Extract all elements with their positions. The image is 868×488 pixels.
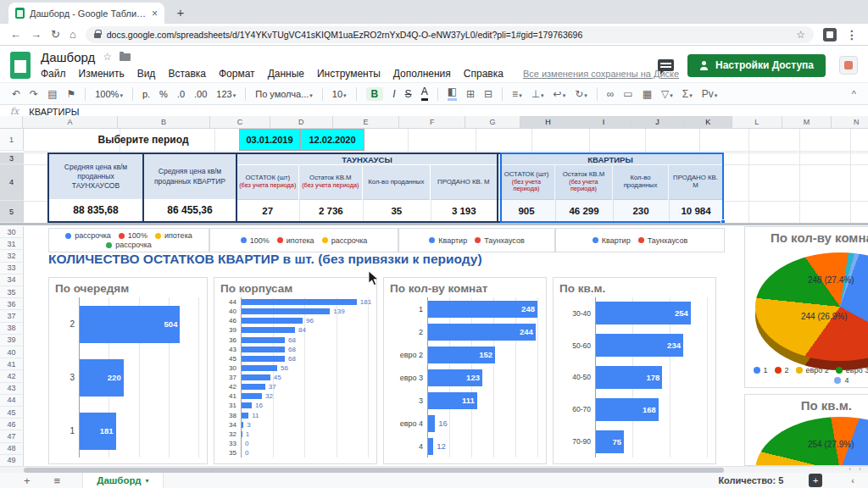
row-header-30[interactable]: 30 <box>0 226 24 238</box>
browser-menu-icon[interactable]: ⋮ <box>846 29 858 41</box>
tab-close-icon[interactable]: × <box>152 8 158 19</box>
bar[interactable] <box>242 356 285 362</box>
bar[interactable] <box>428 415 435 432</box>
column-header-K[interactable]: K <box>684 116 732 129</box>
row-header-47[interactable]: 47 <box>0 430 24 442</box>
star-icon[interactable]: ☆ <box>103 51 112 63</box>
increase-decimal-button[interactable]: .00 <box>194 89 207 99</box>
summary-col[interactable]: ОСТАТОК (шт)(без учета периода)27 <box>237 165 298 221</box>
pv-button[interactable]: Pv▾ <box>702 89 718 99</box>
text-rotate-button[interactable]: ↻▾ <box>575 89 587 99</box>
summary-col[interactable]: Кол-во проданных230 <box>612 165 668 221</box>
bar[interactable] <box>242 402 252 408</box>
column-header-L[interactable]: L <box>732 116 782 129</box>
font-size-select[interactable]: 10▾ <box>332 89 347 99</box>
merge-cells-button[interactable]: ⊟ <box>484 89 492 99</box>
bar[interactable] <box>242 422 243 428</box>
menu-item-0[interactable]: Файл <box>41 68 66 80</box>
print-icon[interactable]: ▤ <box>47 89 57 99</box>
bar[interactable]: 181 <box>80 413 116 450</box>
sheet-tab-dashboard[interactable]: Дашборд ▾ <box>82 473 163 488</box>
chart-buildings[interactable]: По корпусам 4440463936434530374241313834… <box>214 277 377 464</box>
bar[interactable]: 244 <box>428 324 536 341</box>
row-header-4[interactable]: 4 <box>0 164 24 201</box>
row-header-37[interactable]: 37 <box>0 310 24 322</box>
bar[interactable]: 123 <box>428 369 482 386</box>
period-start-cell[interactable]: 03.01.2019 <box>239 129 300 151</box>
bar[interactable] <box>242 384 265 390</box>
decrease-decimal-button[interactable]: .0 <box>177 89 185 99</box>
column-header-C[interactable]: C <box>210 116 270 129</box>
column-header-D[interactable]: D <box>270 116 333 129</box>
summary-col[interactable]: Остаток КВ.М(без учета периода)2 736 <box>298 165 363 221</box>
number-format-button[interactable]: 123▾ <box>216 89 236 99</box>
menu-item-2[interactable]: Вид <box>137 68 156 80</box>
chart-rooms[interactable]: По кол-ву комнат 12евро 2евро 33евро 442… <box>383 277 547 464</box>
vertical-align-button[interactable]: ⊥▾ <box>531 89 544 99</box>
currency-format-button[interactable]: р. <box>142 89 150 99</box>
bar[interactable] <box>242 365 277 371</box>
bar[interactable]: 168 <box>596 398 659 421</box>
selection-count[interactable]: Количество: 5 <box>718 475 783 485</box>
bar[interactable]: 152 <box>428 347 495 363</box>
column-header-E[interactable]: E <box>333 116 399 129</box>
sheet-tab-menu-icon[interactable]: ▾ <box>146 477 149 485</box>
menu-item-5[interactable]: Данные <box>268 68 304 80</box>
chart-sqm[interactable]: По кв.м. 30-4050-6040-5060-7070-90254234… <box>553 277 716 464</box>
summary-col[interactable]: ОСТАТОК (шт)(без учета периода)905 <box>498 165 554 221</box>
bar[interactable] <box>242 318 303 324</box>
bar[interactable]: 254 <box>596 302 691 324</box>
period-label-cell[interactable]: Выберите период <box>47 129 239 151</box>
column-header-B[interactable]: B <box>118 116 210 129</box>
functions-button[interactable]: Σ▾ <box>682 89 693 99</box>
pie-sqm-panel[interactable]: По кв.м. 254 (27.9%)234 (25.7%) <box>744 394 868 466</box>
row-header-33[interactable]: 33 <box>0 263 24 274</box>
home-icon[interactable]: ⌂ <box>70 29 76 40</box>
menu-item-3[interactable]: Вставка <box>168 68 206 80</box>
bar[interactable]: 178 <box>596 366 662 389</box>
move-folder-icon[interactable] <box>120 53 131 61</box>
forward-icon[interactable]: → <box>31 29 42 40</box>
column-header-N[interactable]: N <box>832 116 868 129</box>
grid-corner[interactable] <box>0 116 23 129</box>
add-sheet-button[interactable]: + <box>24 474 31 487</box>
bar[interactable] <box>242 337 285 343</box>
summary-col[interactable]: ПРОДАНО КВ. М10 984 <box>668 165 722 221</box>
row-header-41[interactable]: 41 <box>0 358 24 370</box>
row-header-48[interactable]: 48 <box>0 443 24 455</box>
column-header-H[interactable]: H <box>520 116 576 129</box>
row-header-35[interactable]: 35 <box>0 286 24 298</box>
all-sheets-button[interactable]: ≡ <box>54 474 61 487</box>
percent-format-button[interactable]: % <box>159 89 168 99</box>
bar[interactable] <box>242 374 270 380</box>
chart-queues[interactable]: По очередям 231504220181 <box>48 277 208 464</box>
menu-item-8[interactable]: Справка <box>464 68 504 80</box>
menu-item-4[interactable]: Формат <box>219 68 255 80</box>
row-header-1[interactable]: 1 <box>0 129 24 151</box>
undo-icon[interactable]: ↶ <box>12 89 20 99</box>
text-color-button[interactable]: A <box>421 86 428 100</box>
bar[interactable]: 248 <box>428 301 537 318</box>
text-wrap-button[interactable]: ↩▾ <box>554 89 566 99</box>
menu-item-1[interactable]: Изменить <box>79 68 125 80</box>
row-header-32[interactable]: 32 <box>0 250 24 262</box>
row-header-34[interactable]: 34 <box>0 274 24 286</box>
row-header-3[interactable]: 3 <box>0 152 24 164</box>
font-select[interactable]: По умолча...▾ <box>255 89 313 99</box>
extension-icon[interactable] <box>823 28 837 42</box>
bar[interactable] <box>242 327 295 333</box>
row-header-44[interactable]: 44 <box>0 395 24 407</box>
bold-button[interactable]: B <box>366 87 384 101</box>
insert-comment-button[interactable]: ▭ <box>623 89 632 99</box>
bookmark-star-icon[interactable]: ☆ <box>796 29 805 41</box>
comments-icon[interactable] <box>658 59 674 71</box>
period-end-cell[interactable]: 12.02.2020 <box>300 129 364 151</box>
menu-item-7[interactable]: Дополнения <box>393 68 451 80</box>
summary-price-townhouses[interactable]: Средняя цена кв/м проданных ТАУНХАУСОВ 8… <box>49 154 144 221</box>
url-bar[interactable]: docs.google.com/spreadsheets/d/1Y4YKvTUg… <box>86 26 814 43</box>
bar[interactable] <box>242 308 330 314</box>
bar[interactable] <box>242 393 262 399</box>
account-icon[interactable] <box>839 56 858 75</box>
bar[interactable] <box>242 413 248 419</box>
horizontal-align-button[interactable]: ≡▾ <box>512 89 522 99</box>
